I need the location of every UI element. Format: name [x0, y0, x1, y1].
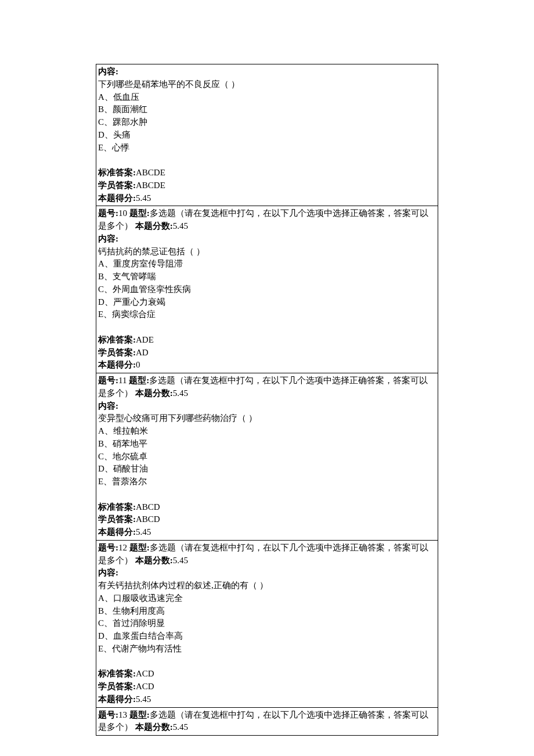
- question-header: 题号:13 题型:多选题（请在复选框中打勾，在以下几个选项中选择正确答案，答案可…: [98, 709, 436, 735]
- question-header: 题号:12 题型:多选题（请在复选框中打勾，在以下几个选项中选择正确答案，答案可…: [98, 542, 436, 567]
- question-option: A、重度房室传导阻滞: [98, 258, 436, 271]
- question-stem: 变异型心绞痛可用下列哪些药物治疗（ ）: [98, 412, 436, 425]
- standard-answer: 标准答案:ABCDE: [98, 167, 436, 179]
- score-obtained: 本题得分:5.45: [98, 693, 436, 706]
- question-option: D、硝酸甘油: [98, 463, 436, 476]
- score-obtained: 本题得分:0: [98, 359, 436, 372]
- question-option: E、病窦综合症: [98, 308, 436, 321]
- question-option: D、血浆蛋白结合率高: [98, 630, 436, 643]
- question-option: C、地尔硫卓: [98, 451, 436, 463]
- question-cell: 题号:13 题型:多选题（请在复选框中打勾，在以下几个选项中选择正确答案，答案可…: [96, 708, 438, 736]
- question-option: A、低血压: [98, 91, 436, 104]
- question-stem: 下列哪些是硝苯地平的不良反应（ ）: [98, 78, 436, 91]
- student-answer: 学员答案:ABCDE: [98, 179, 436, 192]
- standard-answer: 标准答案:ADE: [98, 334, 436, 347]
- question-option: C、外周血管痉挛性疾病: [98, 283, 436, 296]
- question-cell: 内容:下列哪些是硝苯地平的不良反应（ ）A、低血压B、颜面潮红C、踝部水肿D、头…: [96, 64, 438, 206]
- blank-line: [98, 656, 436, 668]
- question-option: A、口服吸收迅速完全: [98, 592, 436, 605]
- question-option: E、普萘洛尔: [98, 476, 436, 488]
- question-stem: 有关钙拮抗剂体内过程的叙述,正确的有（ ）: [98, 579, 436, 592]
- question-option: E、代谢产物均有活性: [98, 643, 436, 656]
- question-option: D、严重心力衰竭: [98, 296, 436, 309]
- question-stem: 钙拮抗药的禁忌证包括（ ）: [98, 246, 436, 258]
- question-option: B、硝苯地平: [98, 438, 436, 451]
- question-cell: 题号:12 题型:多选题（请在复选框中打勾，在以下几个选项中选择正确答案，答案可…: [96, 541, 438, 708]
- question-cell: 题号:11 题型:多选题（请在复选框中打勾，在以下几个选项中选择正确答案，答案可…: [96, 373, 438, 541]
- questions-container: 内容:下列哪些是硝苯地平的不良反应（ ）A、低血压B、颜面潮红C、踝部水肿D、头…: [96, 64, 438, 736]
- blank-line: [98, 154, 436, 167]
- score-obtained: 本题得分:5.45: [98, 192, 436, 205]
- student-answer: 学员答案:ACD: [98, 681, 436, 693]
- question-option: A、维拉帕米: [98, 425, 436, 438]
- standard-answer: 标准答案:ABCD: [98, 501, 436, 514]
- student-answer: 学员答案:ABCD: [98, 513, 436, 526]
- content-label: 内容:: [98, 233, 436, 246]
- content-label: 内容:: [98, 400, 436, 413]
- question-option: B、生物利用度高: [98, 605, 436, 618]
- score-obtained: 本题得分:5.45: [98, 526, 436, 539]
- question-header: 题号:10 题型:多选题（请在复选框中打勾，在以下几个选项中选择正确答案，答案可…: [98, 207, 436, 233]
- blank-line: [98, 321, 436, 334]
- content-label: 内容:: [98, 66, 436, 78]
- question-header: 题号:11 题型:多选题（请在复选框中打勾，在以下几个选项中选择正确答案，答案可…: [98, 375, 436, 400]
- blank-line: [98, 488, 436, 501]
- content-label: 内容:: [98, 567, 436, 579]
- question-option: B、颜面潮红: [98, 103, 436, 116]
- student-answer: 学员答案:AD: [98, 347, 436, 359]
- standard-answer: 标准答案:ACD: [98, 668, 436, 681]
- question-option: C、首过消除明显: [98, 617, 436, 630]
- question-option: C、踝部水肿: [98, 116, 436, 129]
- question-cell: 题号:10 题型:多选题（请在复选框中打勾，在以下几个选项中选择正确答案，答案可…: [96, 206, 438, 373]
- question-option: B、支气管哮喘: [98, 271, 436, 283]
- question-option: E、心悸: [98, 142, 436, 154]
- question-option: D、头痛: [98, 129, 436, 142]
